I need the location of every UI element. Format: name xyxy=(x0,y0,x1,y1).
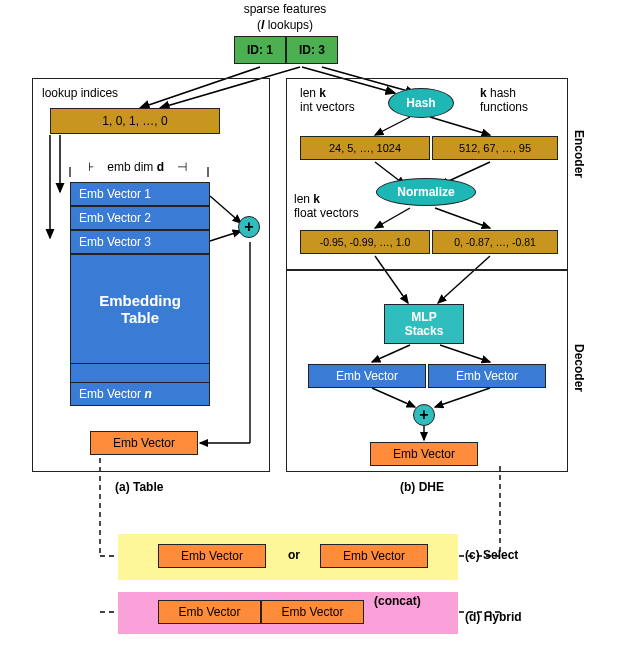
k-hash: k hashfunctions xyxy=(480,86,528,114)
top-subtitle: (l lookups) xyxy=(200,18,370,32)
hybrid-caption: (d) Hybrid xyxy=(465,610,522,624)
normalize-node: Normalize xyxy=(376,178,476,206)
left-out-emb: Emb Vector xyxy=(90,431,198,455)
mlp-out1: Emb Vector xyxy=(308,364,426,388)
select-or: or xyxy=(288,548,300,562)
id3-box: ID: 3 xyxy=(286,36,338,64)
right-caption: (b) DHE xyxy=(400,480,444,494)
hybrid-emb2: Emb Vector xyxy=(261,600,364,624)
right-plus: + xyxy=(413,404,435,426)
left-caption: (a) Table xyxy=(115,480,163,494)
emb-dim-label: ⊦ emb dim d ⊣ xyxy=(88,160,187,175)
norm-out1: -0.95, -0.99, …, 1.0 xyxy=(300,230,430,254)
hybrid-emb1: Emb Vector xyxy=(158,600,261,624)
hybrid-concat: (concat) xyxy=(374,594,421,608)
len-k-float: len kfloat vectors xyxy=(294,192,359,220)
sub-suf: lookups) xyxy=(264,18,313,32)
decoder-label: Decoder xyxy=(572,344,586,392)
hash-node: Hash xyxy=(388,88,454,118)
left-plus: + xyxy=(238,216,260,238)
table-gap xyxy=(70,364,210,382)
embedding-table: Embedding Table xyxy=(70,254,210,364)
select-emb2: Emb Vector xyxy=(320,544,428,568)
emb-row-2: Emb Vector 2 xyxy=(70,206,210,230)
emb-row-3: Emb Vector 3 xyxy=(70,230,210,254)
hash-out2: 512, 67, …, 95 xyxy=(432,136,558,160)
len-k-int: len kint vectors xyxy=(300,86,355,114)
id1-box: ID: 1 xyxy=(234,36,286,64)
select-emb1: Emb Vector xyxy=(158,544,266,568)
right-out-emb: Emb Vector xyxy=(370,442,478,466)
top-title: sparse features xyxy=(200,2,370,16)
lookup-title: lookup indices xyxy=(42,86,118,100)
mlp-out2: Emb Vector xyxy=(428,364,546,388)
hash-out1: 24, 5, …, 1024 xyxy=(300,136,430,160)
mlp-stacks: MLP Stacks xyxy=(384,304,464,344)
norm-out2: 0, -0.87, …, -0.81 xyxy=(432,230,558,254)
emb-row-1: Emb Vector 1 xyxy=(70,182,210,206)
emb-row-n: Emb Vector n xyxy=(70,382,210,406)
select-caption: (c) Select xyxy=(465,548,518,562)
lookup-values: 1, 0, 1, …, 0 xyxy=(50,108,220,134)
encoder-label: Encoder xyxy=(572,130,586,178)
